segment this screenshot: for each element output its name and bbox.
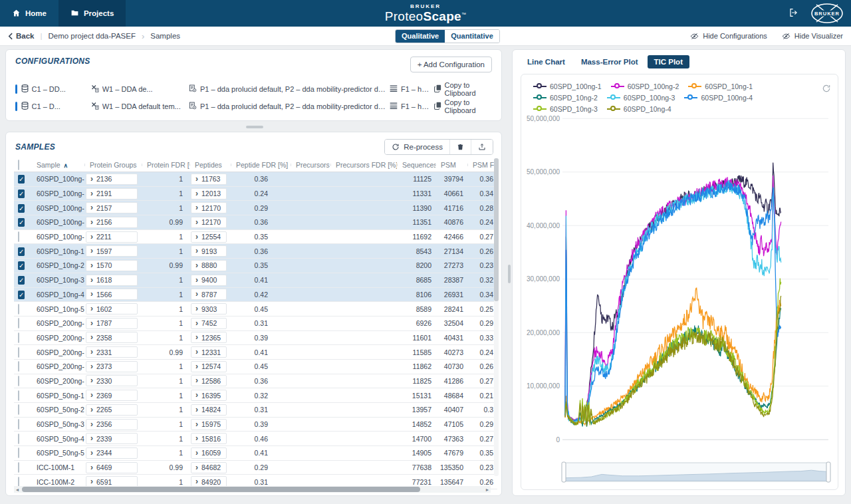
peptides-cell[interactable]: ›12170 (191, 217, 227, 228)
protein-groups-cell[interactable]: ›2331 (86, 346, 138, 358)
column-header-peptides[interactable]: Peptides (189, 161, 231, 169)
row-checkbox[interactable] (18, 462, 19, 473)
table-row[interactable]: 60SPD_50ng-2›22651›148240.3113957404070.… (14, 403, 497, 418)
table-row[interactable]: 60SPD_200ng-3›23310.99›123310.4111585402… (14, 345, 497, 360)
table-row[interactable]: ✓60SPD_10ng-4›15661›87870.428106269310.3… (14, 288, 497, 303)
table-row[interactable]: ✓60SPD_10ng-3›16181›94000.418685283870.3… (14, 273, 497, 288)
row-checkbox[interactable]: ✓ (18, 204, 25, 213)
row-checkbox[interactable] (18, 434, 19, 444)
row-checkbox[interactable] (18, 390, 19, 401)
legend-item-60SPD_100ng-3[interactable]: 60SPD_100ng-3 (607, 94, 675, 102)
row-checkbox[interactable] (18, 304, 19, 315)
peptides-cell[interactable]: ›15816 (191, 433, 227, 444)
back-button[interactable]: Back (8, 32, 35, 40)
peptides-cell[interactable]: ›12365 (191, 332, 227, 343)
peptides-cell[interactable]: ›9193 (191, 245, 227, 257)
scrollbar-thumb[interactable] (22, 487, 420, 492)
peptides-cell[interactable]: ›11763 (191, 174, 227, 185)
protein-groups-cell[interactable]: ›2191 (86, 188, 138, 199)
peptides-cell[interactable]: ›9303 (191, 303, 227, 315)
protein-groups-cell[interactable]: ›6469 (86, 462, 138, 473)
peptides-cell[interactable]: ›12013 (191, 188, 227, 199)
column-header-psm-fdr[interactable]: PSM FDR [%] (467, 161, 497, 169)
protein-groups-cell[interactable]: ›1597 (86, 245, 138, 257)
logout-icon[interactable] (789, 7, 799, 20)
configuration-row[interactable]: C1 – D...W1 – DDA default tem...P1 – dda… (15, 98, 492, 115)
breadcrumb-project[interactable]: Demo project dda-PASEF (49, 32, 136, 40)
chart-refresh-icon[interactable] (818, 80, 832, 95)
peptides-cell[interactable]: ›12554 (191, 231, 227, 243)
protein-groups-cell[interactable]: ›2358 (86, 332, 138, 343)
table-row[interactable]: 60SPD_200ng-5›23301›125860.3611825412860… (14, 374, 497, 389)
add-configuration-button[interactable]: + Add Configuration (410, 57, 492, 72)
delete-samples-button[interactable] (449, 140, 471, 154)
scroll-right-arrow[interactable]: ► (484, 487, 491, 492)
row-checkbox[interactable]: ✓ (18, 276, 25, 285)
table-row[interactable]: 60SPD_200ng-4›23731›125740.4511862407300… (14, 360, 497, 374)
protein-groups-cell[interactable]: ›1602 (86, 303, 138, 315)
column-header-protein-groups[interactable]: Protein Groups (84, 161, 142, 169)
select-all-checkbox[interactable] (18, 160, 19, 170)
table-row[interactable]: ✓60SPD_100ng-4›21560.99›121700.361135140… (14, 215, 497, 230)
toggle-quantitative[interactable]: Quantitative (445, 30, 499, 43)
row-checkbox[interactable] (18, 376, 19, 386)
toggle-qualitative[interactable]: Qualitative (396, 30, 445, 43)
table-row[interactable]: 60SPD_10ng-5›16021›93030.458589282410.25 (14, 302, 497, 316)
peptides-cell[interactable]: ›12574 (191, 361, 227, 372)
legend-item-60SPD_10ng-2[interactable]: 60SPD_10ng-2 (533, 94, 598, 102)
table-row[interactable]: ICC-100M-1›64690.99›846820.2977638135350… (14, 461, 497, 475)
column-header-sequences[interactable]: Sequences (397, 161, 435, 169)
protein-groups-cell[interactable]: ›2136 (86, 174, 138, 185)
viz-tab-tic-plot[interactable]: TIC Plot (648, 55, 689, 68)
row-checkbox[interactable]: ✓ (18, 247, 25, 256)
column-header-sample[interactable]: Sample∧ (31, 161, 84, 169)
protein-groups-cell[interactable]: ›2157 (86, 202, 138, 213)
viz-tab-mass-error-plot[interactable]: Mass-Error Plot (574, 55, 645, 68)
panel-resize-handle-vertical[interactable] (508, 265, 511, 283)
protein-groups-cell[interactable]: ›2339 (86, 433, 138, 444)
table-row[interactable]: 60SPD_50ng-4›23391›158160.4614700473630.… (14, 432, 497, 446)
protein-groups-cell[interactable]: ›2330 (86, 375, 138, 386)
nav-item-home[interactable]: Home (0, 0, 59, 27)
row-checkbox[interactable] (18, 447, 19, 458)
row-checkbox[interactable]: ✓ (18, 261, 25, 270)
legend-item-60SPD_10ng-4[interactable]: 60SPD_10ng-4 (607, 105, 671, 113)
configuration-row[interactable]: C1 – DD...W1 – DDA de...P1 – dda proluci… (15, 80, 492, 98)
peptides-cell[interactable]: ›8880 (191, 260, 227, 271)
table-row[interactable]: 60SPD_50ng-5›23441›160590.4114905476790.… (14, 446, 497, 461)
protein-groups-cell[interactable]: ›2373 (86, 361, 138, 372)
navigator-handle-right[interactable] (826, 462, 830, 482)
column-header-peptide-fdr[interactable]: Peptide FDR [%] (231, 161, 291, 169)
tic-plot-area[interactable]: 50,000,00050,000,00040,000,00030,000,000… (527, 114, 832, 460)
hide-configurations-link[interactable]: Hide Configurations (690, 32, 767, 41)
table-row[interactable]: ✓60SPD_10ng-1›15971›91930.368543271340.2… (14, 244, 497, 259)
protein-groups-cell[interactable]: ›2344 (86, 447, 138, 459)
row-checkbox[interactable]: ✓ (18, 175, 25, 184)
nav-item-projects[interactable]: Projects (59, 0, 126, 27)
table-row[interactable]: 60SPD_50ng-3›23561›159750.3914852471050.… (14, 418, 497, 432)
row-checkbox[interactable] (18, 318, 19, 328)
table-row[interactable]: 60SPD_200ng-1›17871›74520.316926325040.2… (14, 316, 497, 331)
scroll-left-arrow[interactable]: ◄ (14, 487, 21, 492)
peptides-cell[interactable]: ›15975 (191, 419, 227, 430)
series-line-60SPD_10ng-2[interactable] (565, 309, 781, 427)
peptides-cell[interactable]: ›16059 (191, 447, 227, 459)
table-row[interactable]: 60SPD_100ng-5›22111›125540.3511692424660… (14, 230, 497, 245)
peptides-cell[interactable]: ›9400 (191, 275, 227, 286)
peptides-cell[interactable]: ›16395 (191, 390, 227, 401)
legend-item-60SPD_100ng-1[interactable]: 60SPD_100ng-1 (533, 82, 602, 90)
column-header-precursors[interactable]: Precursors (291, 161, 330, 169)
viz-tab-line-chart[interactable]: Line Chart (521, 55, 572, 68)
copy-to-clipboard-button[interactable]: Copy to Clipboard (434, 98, 493, 114)
protein-groups-cell[interactable]: ›2211 (86, 231, 138, 243)
peptides-cell[interactable]: ›84682 (191, 462, 227, 473)
row-checkbox[interactable] (18, 347, 19, 358)
column-header-precursors-fdr[interactable]: Precursors FDR [%] (330, 161, 397, 169)
export-samples-button[interactable] (471, 140, 493, 154)
row-checkbox[interactable] (18, 231, 19, 242)
protein-groups-cell[interactable]: ›1566 (86, 289, 138, 300)
protein-groups-cell[interactable]: ›2369 (86, 390, 138, 401)
column-header-psm[interactable]: PSM (435, 161, 467, 169)
peptides-cell[interactable]: ›14824 (191, 404, 227, 416)
legend-item-60SPD_100ng-4[interactable]: 60SPD_100ng-4 (684, 94, 753, 102)
